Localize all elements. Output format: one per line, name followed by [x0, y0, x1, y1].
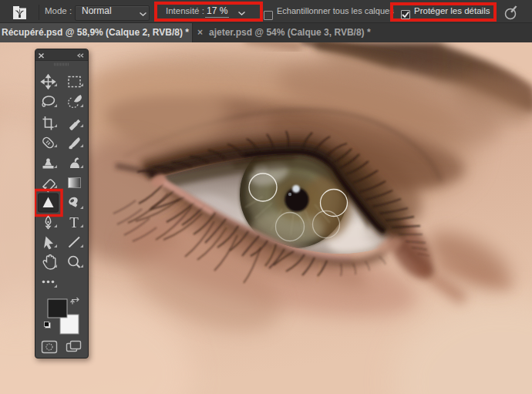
svg-text:T: T: [69, 214, 79, 231]
